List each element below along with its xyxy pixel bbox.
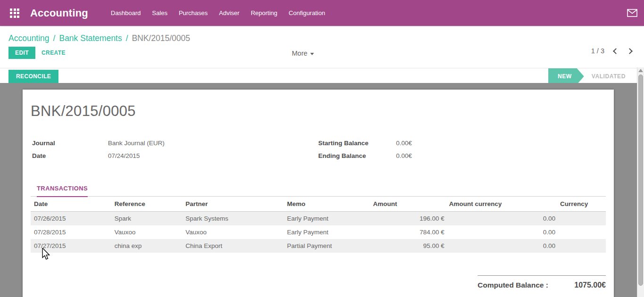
messages-envelope-icon[interactable] — [627, 9, 637, 17]
menu-reporting[interactable]: Reporting — [245, 6, 283, 20]
transactions-table: Date Reference Partner Memo Amount Amoun… — [31, 197, 606, 253]
cell-date[interactable]: 07/28/2015 — [31, 225, 111, 239]
menu-purchases[interactable]: Purchases — [173, 6, 213, 20]
apps-grid-icon-glyph — [10, 8, 19, 18]
column-partner[interactable]: Partner — [182, 197, 283, 212]
pager-value: 1 / 3 — [591, 47, 604, 55]
column-currency[interactable]: Currency — [557, 197, 606, 212]
column-amount[interactable]: Amount — [370, 197, 446, 212]
cell-date[interactable]: 07/26/2015 — [31, 212, 111, 226]
reconcile-button[interactable]: RECONCILE — [8, 70, 58, 83]
cell-reference[interactable]: Spark — [111, 212, 182, 226]
scrollbar-up-arrow-icon[interactable] — [638, 69, 643, 72]
breadcrumb: Accounting / Bank Statements / BNK/2015/… — [8, 31, 636, 46]
pager: 1 / 3 — [591, 47, 632, 55]
ending-balance-label: Ending Balance — [318, 152, 396, 159]
computed-balance: Computed Balance : 1075.00€ — [478, 275, 606, 289]
table-row[interactable]: 07/28/2015 Vauxoo Vauxoo Early Payment 7… — [31, 225, 606, 239]
column-reference[interactable]: Reference — [111, 197, 182, 212]
cell-date[interactable]: 07/27/2015 — [31, 239, 111, 253]
form-view-background: BNK/2015/0005 Journal Bank Journal (EUR)… — [0, 83, 644, 297]
menu-dashboard[interactable]: Dashboard — [105, 6, 147, 20]
cell-currency[interactable] — [557, 239, 606, 253]
cell-amount-currency[interactable]: 0.00 — [446, 225, 557, 239]
pager-next-icon[interactable] — [627, 48, 633, 54]
more-dropdown-label: More — [292, 50, 307, 57]
computed-balance-value: 1075.00€ — [574, 281, 606, 289]
edit-button[interactable]: EDIT — [8, 47, 35, 59]
state-new[interactable]: NEW — [548, 68, 584, 84]
state-validated[interactable]: VALIDATED — [584, 68, 632, 84]
cell-amount-currency[interactable]: 0.00 — [446, 212, 557, 226]
cell-memo[interactable]: Early Payment — [284, 212, 370, 226]
form-sheet: BNK/2015/0005 Journal Bank Journal (EUR)… — [23, 90, 614, 297]
journal-label: Journal — [31, 140, 108, 147]
cell-amount[interactable]: 196.00 € — [370, 212, 446, 226]
column-amount-currency[interactable]: Amount currency — [446, 197, 557, 212]
cell-partner[interactable]: Vauxoo — [182, 225, 283, 239]
more-dropdown[interactable]: More — [289, 48, 317, 59]
cell-currency[interactable] — [557, 212, 606, 226]
starting-balance-label: Starting Balance — [318, 140, 396, 147]
cell-partner[interactable]: China Export — [182, 239, 283, 253]
top-menu: Dashboard Sales Purchases Adviser Report… — [105, 6, 331, 20]
menu-sales[interactable]: Sales — [147, 6, 173, 20]
cell-amount[interactable]: 95.00 € — [370, 239, 446, 253]
column-memo[interactable]: Memo — [284, 197, 370, 212]
create-button[interactable]: CREATE — [40, 47, 67, 59]
breadcrumb-separator: / — [53, 33, 56, 43]
starting-balance-value: 0.00€ — [396, 140, 412, 147]
control-panel: Accounting / Bank Statements / BNK/2015/… — [0, 26, 644, 64]
menu-configuration[interactable]: Configuration — [283, 6, 330, 20]
column-date[interactable]: Date — [31, 197, 111, 212]
notebook-tabs: TRANSACTIONS — [31, 184, 606, 197]
pager-previous-icon[interactable] — [613, 48, 619, 54]
journal-value: Bank Journal (EUR) — [108, 140, 165, 147]
breadcrumb-bank-statements[interactable]: Bank Statements — [59, 33, 122, 43]
ending-balance-value: 0.00€ — [396, 152, 412, 159]
cell-memo[interactable]: Early Payment — [284, 225, 370, 239]
vertical-scrollbar[interactable] — [637, 67, 644, 297]
cell-reference[interactable]: Vauxoo — [111, 225, 182, 239]
tab-transactions[interactable]: TRANSACTIONS — [37, 185, 88, 197]
statusbar-states: NEW VALIDATED — [548, 68, 632, 84]
statusbar: RECONCILE NEW VALIDATED — [0, 68, 644, 84]
breadcrumb-accounting[interactable]: Accounting — [8, 33, 50, 43]
scrollbar-thumb[interactable] — [638, 74, 643, 286]
date-value: 07/24/2015 — [108, 152, 140, 159]
top-navbar: Accounting Dashboard Sales Purchases Adv… — [0, 0, 644, 26]
table-header-row: Date Reference Partner Memo Amount Amoun… — [31, 197, 606, 212]
app-title: Accounting — [30, 7, 88, 19]
table-row[interactable]: 07/26/2015 Spark Spark Systems Early Pay… — [31, 212, 606, 226]
cell-amount-currency[interactable]: 0.00 — [446, 239, 557, 253]
menu-adviser[interactable]: Adviser — [214, 6, 245, 20]
date-label: Date — [31, 152, 108, 159]
cell-memo[interactable]: Partial Payment — [284, 239, 370, 253]
table-row[interactable]: 07/27/2015 china exp China Export Partia… — [31, 239, 606, 253]
chevron-down-icon — [310, 53, 314, 55]
breadcrumb-separator: / — [126, 33, 128, 43]
breadcrumb-current-record: BNK/2015/0005 — [132, 33, 190, 43]
cell-reference[interactable]: china exp — [111, 239, 182, 253]
cell-partner[interactable]: Spark Systems — [182, 212, 283, 226]
cell-amount[interactable]: 784.00 € — [370, 225, 446, 239]
cell-currency[interactable] — [557, 225, 606, 239]
field-groups: Journal Bank Journal (EUR) Date 07/24/20… — [31, 140, 606, 165]
apps-grid-icon[interactable] — [6, 4, 24, 22]
record-title: BNK/2015/0005 — [31, 103, 606, 120]
computed-balance-label: Computed Balance : — [478, 281, 548, 289]
